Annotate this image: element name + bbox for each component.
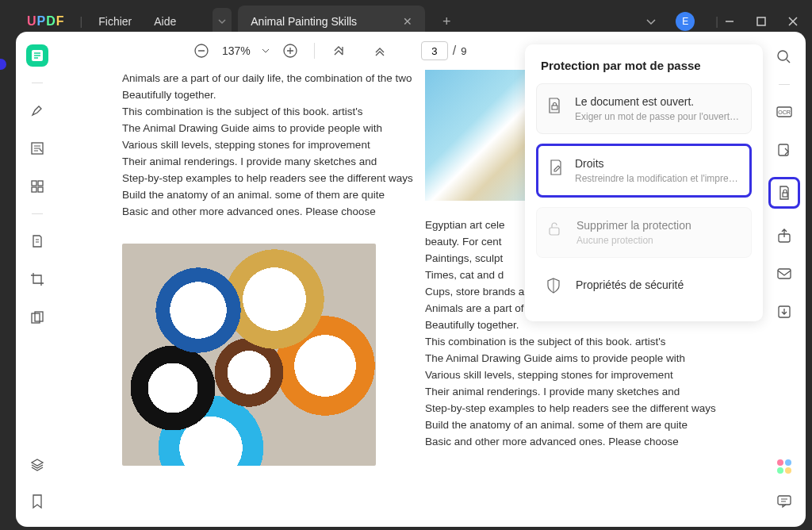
svg-point-21 (777, 467, 783, 474)
share-icon[interactable] (773, 225, 795, 247)
document-lock-icon (546, 95, 564, 122)
search-icon[interactable] (773, 46, 795, 68)
svg-rect-15 (783, 193, 787, 197)
panel-item-security-properties[interactable]: Propriétés de sécurité (536, 267, 752, 298)
tab-hidden-dropdown[interactable] (213, 8, 232, 35)
avatar[interactable]: E (676, 12, 695, 31)
extract-pages-icon[interactable] (26, 306, 48, 328)
menu-file[interactable]: Fichier (98, 15, 132, 28)
svg-rect-6 (38, 187, 43, 192)
page-input[interactable] (421, 41, 448, 60)
nexus-icon[interactable] (773, 455, 795, 478)
tab-title: Animal Painting Skills (251, 15, 357, 28)
close-button[interactable] (788, 17, 798, 26)
protect-icon[interactable] (768, 177, 800, 209)
text-block-left: Animals are a part of our daily life, th… (122, 70, 392, 220)
prev-page-button[interactable] (370, 41, 389, 60)
organize-pages-icon[interactable] (26, 175, 48, 198)
chevron-down-icon[interactable] (645, 17, 657, 25)
reader-mode-icon[interactable] (26, 44, 48, 67)
document-edit-icon (548, 157, 564, 184)
save-icon[interactable] (773, 301, 795, 323)
svg-point-19 (777, 459, 783, 466)
zoom-value: 137% (222, 44, 251, 57)
page-sep: / (453, 44, 456, 58)
minimize-button[interactable] (725, 17, 734, 26)
svg-rect-17 (778, 269, 791, 278)
right-sidebar: OCR (763, 32, 806, 527)
panel-item-permissions[interactable]: Droits Restreindre la modification et l'… (536, 144, 752, 198)
ocr-icon[interactable]: OCR (773, 101, 795, 123)
svg-point-20 (785, 459, 791, 466)
password-protection-panel: Protection par mot de passe Le document … (525, 44, 763, 321)
left-edge-indicator (0, 59, 6, 70)
maximize-button[interactable] (756, 17, 766, 26)
crop-icon[interactable] (26, 268, 48, 290)
page-total: 9 (461, 45, 466, 57)
convert-icon[interactable] (773, 139, 795, 161)
svg-rect-5 (32, 187, 36, 192)
tab-add-button[interactable]: + (442, 13, 451, 30)
svg-rect-25 (550, 228, 559, 235)
close-icon[interactable]: ✕ (403, 15, 412, 28)
first-page-button[interactable] (329, 41, 348, 60)
app-logo: UPDF (27, 14, 64, 29)
bookmark-icon[interactable] (26, 490, 48, 513)
edit-text-icon[interactable] (26, 137, 48, 159)
zoom-out-button[interactable] (192, 41, 211, 60)
unlock-icon (546, 219, 565, 246)
svg-rect-24 (552, 106, 557, 109)
page-tool-icon[interactable] (26, 230, 48, 252)
svg-point-11 (778, 51, 787, 60)
left-sidebar (16, 32, 59, 527)
zoom-dropdown-icon[interactable] (262, 48, 270, 54)
menu-help[interactable]: Aide (154, 15, 176, 28)
zoom-in-button[interactable] (281, 41, 300, 60)
svg-text:OCR: OCR (778, 109, 791, 115)
email-icon[interactable] (773, 263, 795, 285)
layers-icon[interactable] (26, 454, 48, 476)
svg-rect-3 (32, 181, 36, 186)
svg-point-22 (785, 467, 791, 474)
svg-rect-4 (38, 181, 43, 186)
paint-buckets-image (122, 244, 376, 466)
highlighter-icon[interactable] (26, 99, 48, 121)
panel-item-remove-protection: Supprimer la protection Aucune protectio… (536, 207, 752, 258)
svg-rect-23 (778, 496, 791, 505)
panel-title: Protection par mot de passe (536, 56, 752, 83)
panel-item-document-open[interactable]: Le document est ouvert. Exiger un mot de… (536, 83, 752, 134)
svg-rect-0 (757, 17, 765, 25)
shield-icon (546, 275, 565, 294)
comment-icon[interactable] (773, 490, 795, 513)
